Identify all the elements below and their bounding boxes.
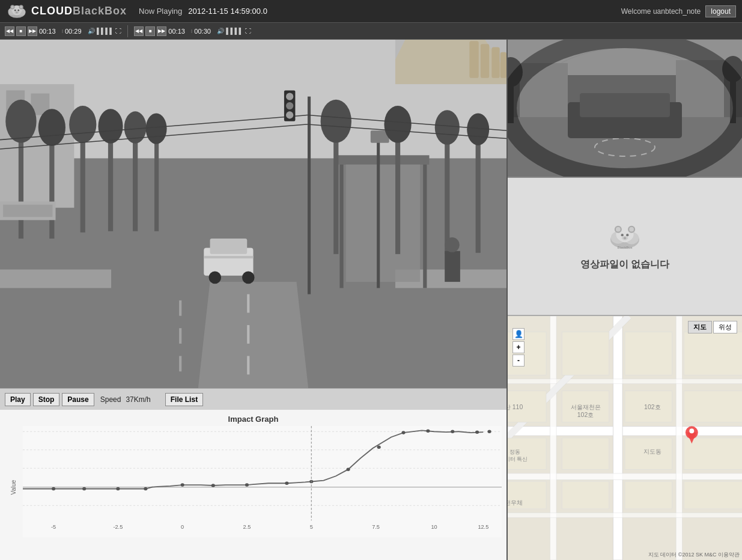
volume-icon-left: 🔊 xyxy=(88,28,95,34)
video-canvas xyxy=(0,40,506,388)
svg-point-99 xyxy=(116,487,120,491)
svg-point-9 xyxy=(14,9,16,11)
svg-rect-77 xyxy=(0,40,506,388)
svg-text:-2.5: -2.5 xyxy=(113,525,123,530)
zoom-person-icon[interactable]: 👤 xyxy=(512,328,525,340)
progress-bar-left[interactable] xyxy=(62,29,63,33)
left-panel: Play Stop Pause Speed 37Km/h File List I… xyxy=(0,40,508,560)
zoom-out-button[interactable]: - xyxy=(512,355,525,367)
svg-text:2.5: 2.5 xyxy=(243,525,251,530)
graph-svg: 30 20 10 0 -10 -5 -2.5 0 2.5 5 7.5 10 12… xyxy=(23,426,502,537)
map-area: 지도 위성 👤 + - xyxy=(508,316,742,560)
logo-text: CLOUDBlackBox xyxy=(31,5,127,17)
volume-bars-right: ▌▌▌▌ xyxy=(226,28,243,34)
svg-rect-157 xyxy=(684,391,742,422)
speed-label: Speed xyxy=(100,395,121,404)
main-video xyxy=(0,40,506,388)
volume-icon-right: 🔊 xyxy=(217,28,224,34)
fullscreen-icon-right[interactable]: ⛶ xyxy=(245,28,251,34)
svg-point-110 xyxy=(451,430,454,433)
graph-container: Value 30 20 xyxy=(5,426,502,549)
svg-rect-147 xyxy=(508,473,742,479)
no-file-logo-icon: BlackBox xyxy=(607,222,643,252)
svg-point-139 xyxy=(621,234,624,236)
now-playing-time: 2012-11-15 14:59:00.0 xyxy=(188,7,267,16)
svg-point-180 xyxy=(689,428,694,433)
secondary-video xyxy=(508,40,742,178)
svg-text:10: 10 xyxy=(431,525,437,530)
svg-text:-5: -5 xyxy=(51,525,56,530)
time-total-right: 00:30 xyxy=(194,28,215,35)
svg-point-112 xyxy=(487,430,491,433)
svg-point-111 xyxy=(475,430,479,434)
svg-point-101 xyxy=(181,483,184,487)
prev-button-right[interactable]: ◀◀ xyxy=(134,26,144,36)
svg-point-6 xyxy=(11,5,14,8)
svg-point-97 xyxy=(52,487,55,491)
now-playing-label: Now Playing xyxy=(139,7,182,16)
time-elapsed-right: 00:13 xyxy=(168,28,189,35)
svg-rect-149 xyxy=(676,316,682,560)
transport-right: ◀◀ ■ ▶▶ 00:13 00:30 🔊 ▌▌▌▌ ⛶ xyxy=(134,26,251,36)
svg-point-12 xyxy=(16,11,18,13)
controls-row: Play Stop Pause Speed 37Km/h File List xyxy=(0,388,506,410)
zoom-in-button[interactable]: + xyxy=(512,341,525,353)
next-button-right[interactable]: ▶▶ xyxy=(157,26,166,36)
svg-rect-151 xyxy=(508,513,742,517)
svg-rect-146 xyxy=(613,316,622,560)
svg-rect-145 xyxy=(508,426,742,436)
svg-point-103 xyxy=(245,483,249,487)
svg-point-142 xyxy=(624,237,626,239)
svg-rect-161 xyxy=(684,438,742,469)
svg-rect-169 xyxy=(684,332,742,375)
svg-point-108 xyxy=(401,431,405,434)
svg-point-106 xyxy=(346,467,350,471)
map-tab-map[interactable]: 지도 xyxy=(688,321,712,333)
svg-point-10 xyxy=(17,9,19,11)
svg-rect-164 xyxy=(625,481,672,509)
svg-text:12.5: 12.5 xyxy=(478,525,488,530)
volume-bars-left: ▌▌▌▌ xyxy=(97,28,114,34)
pause-button[interactable]: Pause xyxy=(62,393,94,406)
logo-area: CLOUDBlackBox xyxy=(6,2,127,20)
svg-rect-168 xyxy=(625,332,672,375)
time-elapsed-left: 00:13 xyxy=(39,28,60,35)
fullscreen-icon-left[interactable]: ⛶ xyxy=(115,28,121,34)
no-file-panel: BlackBox 영상파일이 없습니다 xyxy=(508,178,742,316)
svg-point-98 xyxy=(82,487,86,491)
progress-bar-right[interactable] xyxy=(191,29,192,33)
svg-text:노. 정동: 노. 정동 xyxy=(508,449,520,455)
stop-button-left[interactable]: ■ xyxy=(16,26,26,36)
prev-button[interactable]: ◀◀ xyxy=(5,26,14,36)
right-panel: BlackBox 영상파일이 없습니다 지도 위성 👤 + - xyxy=(508,40,742,560)
svg-text:5: 5 xyxy=(310,525,313,530)
svg-rect-165 xyxy=(684,481,742,509)
svg-text:지도동: 지도동 xyxy=(643,448,661,455)
svg-point-102 xyxy=(211,484,215,487)
svg-rect-167 xyxy=(562,332,609,375)
svg-text:102호: 102호 xyxy=(577,412,594,418)
play-button[interactable]: Play xyxy=(5,393,31,406)
y-axis-label: Value xyxy=(10,480,17,495)
stop-button[interactable]: Stop xyxy=(33,393,60,406)
no-file-text: 영상파일이 없습니다 xyxy=(580,258,669,271)
stop-button-right[interactable]: ■ xyxy=(145,26,155,36)
transport-left: ◀◀ ■ ▶▶ 00:13 00:29 🔊 ▌▌▌▌ ⛶ xyxy=(5,26,121,36)
map-svg: 부산 110 서울재천은 102호 노. 정동 컴내시터 특신 지도동 102호… xyxy=(508,316,742,560)
next-button-left[interactable]: ▶▶ xyxy=(28,26,37,36)
map-tab-satellite[interactable]: 위성 xyxy=(713,321,737,333)
speed-value: 37Km/h xyxy=(126,395,150,404)
secondary-canvas xyxy=(508,40,742,177)
svg-text:대전우체: 대전우체 xyxy=(508,499,523,506)
map-toolbar: 지도 위성 xyxy=(688,321,737,333)
svg-point-137 xyxy=(629,227,634,231)
divider xyxy=(127,25,128,37)
svg-text:서울재천은: 서울재천은 xyxy=(571,404,601,410)
svg-text:102호: 102호 xyxy=(644,404,660,410)
impact-graph-area: Impact Graph Value xyxy=(0,410,506,560)
svg-rect-150 xyxy=(508,379,742,384)
logout-button[interactable]: logout xyxy=(705,5,736,17)
file-list-button[interactable]: File List xyxy=(165,393,203,406)
svg-point-109 xyxy=(426,430,430,433)
svg-point-140 xyxy=(626,234,628,236)
